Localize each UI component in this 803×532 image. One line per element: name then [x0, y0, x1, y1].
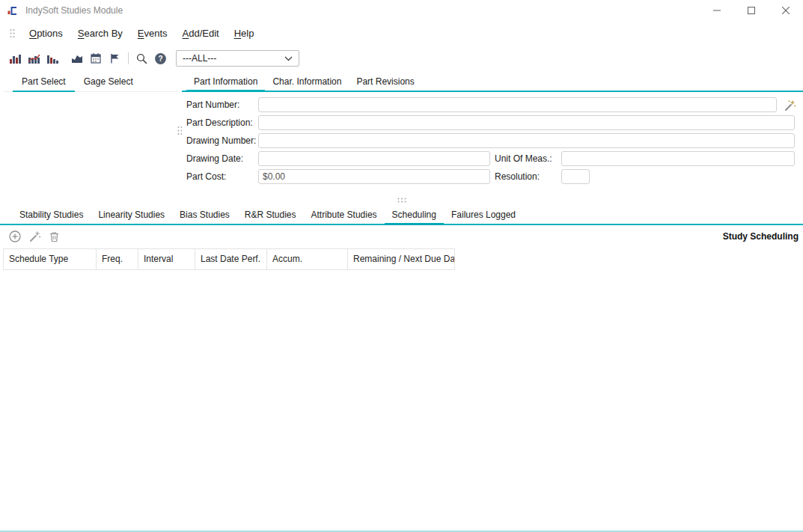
- scheduling-toolbar: Study Scheduling: [0, 227, 803, 246]
- filter-dropdown[interactable]: ---ALL---: [176, 50, 299, 67]
- flag-icon[interactable]: [107, 51, 122, 66]
- menu-help[interactable]: Help: [233, 25, 256, 41]
- menu-bar: Options Search By Events Add/Edit Help: [0, 21, 803, 46]
- select-tabs: Part Select Gage Select: [4, 73, 177, 92]
- tab-linearity-studies[interactable]: Linearity Studies: [91, 207, 172, 224]
- tab-bias-studies[interactable]: Bias Studies: [172, 207, 237, 224]
- column-header-remaining-next-due[interactable]: Remaining / Next Due Da: [348, 249, 455, 270]
- horizontal-splitter-handle[interactable]: [397, 195, 407, 206]
- part-lookup-wand-icon[interactable]: [783, 99, 796, 112]
- trash-icon[interactable]: [46, 229, 61, 244]
- part-select-list[interactable]: [4, 92, 177, 196]
- part-cost-label: Part Cost:: [186, 169, 226, 184]
- search-icon[interactable]: [134, 51, 149, 66]
- unit-of-meas-input[interactable]: [561, 151, 795, 166]
- part-info-tabs: Part Information Char. Information Part …: [182, 73, 803, 92]
- part-description-input[interactable]: [258, 115, 795, 130]
- filter-dropdown-value: ---ALL---: [183, 53, 284, 64]
- tab-rr-studies[interactable]: R&R Studies: [237, 207, 304, 224]
- close-button[interactable]: [769, 0, 803, 21]
- drawing-date-input[interactable]: [258, 151, 490, 166]
- column-header-schedule-type[interactable]: Schedule Type: [4, 249, 97, 270]
- column-header-freq[interactable]: Freq.: [97, 249, 138, 270]
- unit-of-meas-label: Unit Of Meas.:: [495, 151, 552, 166]
- scheduling-grid-header: Schedule Type Freq. Interval Last Date P…: [3, 248, 455, 270]
- linearity-chart-icon[interactable]: [26, 51, 41, 66]
- window-controls: [700, 0, 803, 21]
- menu-grip-handle[interactable]: [9, 28, 16, 38]
- tab-part-select[interactable]: Part Select: [13, 73, 75, 92]
- calendar-icon[interactable]: [88, 51, 103, 66]
- part-cost-input[interactable]: [258, 169, 490, 184]
- column-header-interval[interactable]: Interval: [138, 249, 195, 270]
- area-chart-icon[interactable]: [70, 51, 85, 66]
- studies-tab-strip: Stability Studies Linearity Studies Bias…: [0, 207, 803, 225]
- title-bar: IndySoft Studies Module: [0, 0, 803, 21]
- select-panel: Part Select Gage Select: [4, 73, 177, 196]
- tab-part-revisions[interactable]: Part Revisions: [349, 73, 421, 91]
- wand-icon[interactable]: [27, 229, 42, 244]
- stability-chart-icon[interactable]: [7, 51, 22, 66]
- scheduling-panel-title: Study Scheduling: [723, 231, 799, 242]
- drawing-date-label: Drawing Date:: [186, 151, 243, 166]
- menu-search-by[interactable]: Search By: [76, 25, 124, 41]
- tab-failures-logged[interactable]: Failures Logged: [444, 207, 523, 224]
- menu-options[interactable]: Options: [28, 25, 64, 41]
- help-icon[interactable]: ?: [153, 51, 168, 66]
- tab-scheduling[interactable]: Scheduling: [385, 207, 444, 225]
- bias-chart-icon[interactable]: [45, 51, 60, 66]
- minimize-button[interactable]: [700, 0, 734, 21]
- application-window: IndySoft Studies Module Options Search B…: [0, 0, 803, 532]
- drawing-number-input[interactable]: [258, 133, 795, 148]
- part-description-label: Part Description:: [186, 115, 253, 130]
- help-glyph: ?: [158, 55, 162, 63]
- chevron-down-icon: [284, 56, 293, 61]
- tab-part-information[interactable]: Part Information: [186, 73, 265, 92]
- part-number-input[interactable]: [258, 97, 777, 112]
- add-circle-icon[interactable]: [7, 229, 22, 244]
- tab-attribute-studies[interactable]: Attribute Studies: [304, 207, 385, 224]
- resolution-label: Resolution:: [495, 169, 540, 184]
- toolbar-separator: [128, 52, 129, 64]
- column-header-accum[interactable]: Accum.: [267, 249, 348, 270]
- window-title: IndySoft Studies Module: [25, 5, 123, 16]
- main-toolbar: ? ---ALL---: [0, 46, 803, 71]
- scheduling-grid-body[interactable]: [0, 270, 803, 531]
- app-logo-icon: [7, 4, 19, 17]
- resolution-input[interactable]: [561, 169, 590, 184]
- menu-add-edit[interactable]: Add/Edit: [181, 25, 221, 41]
- menu-events[interactable]: Events: [136, 25, 169, 41]
- part-information-panel: Part Information Char. Information Part …: [182, 73, 803, 196]
- tab-gage-select[interactable]: Gage Select: [75, 73, 142, 91]
- column-header-last-date-perf[interactable]: Last Date Perf.: [195, 249, 267, 270]
- maximize-button[interactable]: [734, 0, 769, 21]
- tab-char-information[interactable]: Char. Information: [265, 73, 349, 91]
- part-number-label: Part Number:: [186, 97, 239, 112]
- drawing-number-label: Drawing Number:: [186, 133, 256, 148]
- tab-stability-studies[interactable]: Stability Studies: [12, 207, 91, 224]
